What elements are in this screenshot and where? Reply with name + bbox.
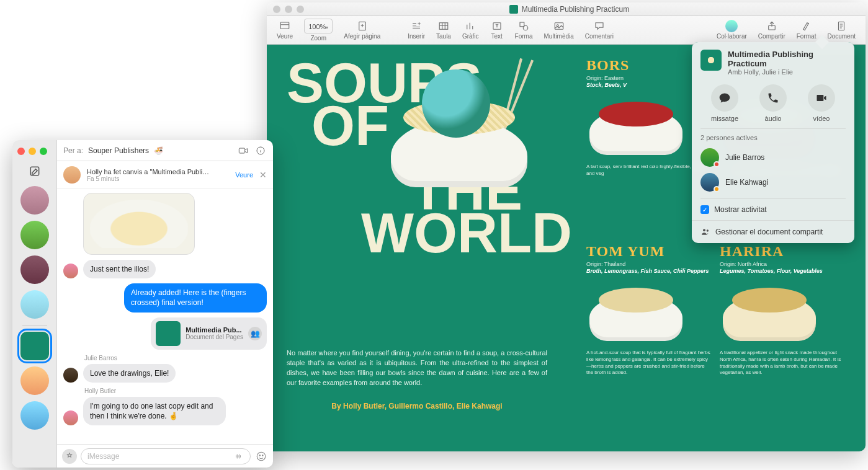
- collaborate-button[interactable]: Col·laborar: [713, 20, 751, 40]
- svg-point-16: [259, 454, 261, 456]
- media-icon: [552, 20, 566, 32]
- to-label: Per a:: [63, 146, 83, 155]
- close-button[interactable]: [17, 148, 25, 155]
- conversation-avatar[interactable]: [20, 255, 49, 284]
- pages-toolbar: Veure 100%▾ Zoom Afegir pàgina Inserir T…: [267, 16, 866, 45]
- facetime-icon[interactable]: [237, 146, 249, 156]
- format-button[interactable]: Format: [793, 20, 820, 40]
- table-icon: [437, 20, 450, 32]
- conversation-avatar[interactable]: [20, 221, 49, 249]
- document-attachment[interactable]: Multimedia Pub... Document del Pages 👥: [151, 317, 267, 350]
- incoming-message: Love the drawings, Elie!: [83, 364, 176, 383]
- avatar: [700, 148, 719, 167]
- messages-window: Per a: Souper Publishers 🍜 Holly ha fet …: [12, 140, 273, 468]
- text-icon: [490, 20, 504, 32]
- svg-point-17: [262, 454, 264, 456]
- insert-icon: [409, 20, 423, 32]
- svg-rect-2: [439, 23, 448, 30]
- message-composer: iMessage: [57, 444, 273, 468]
- byline: By Holly Butler, Guillermo Castillo, Eli…: [287, 402, 547, 410]
- image-message[interactable]: [83, 193, 195, 255]
- incoming-message: Just sent the illos!: [83, 260, 156, 278]
- video-action[interactable]: vídeo: [808, 84, 835, 122]
- share-button[interactable]: Compartir: [754, 20, 789, 40]
- svg-point-11: [707, 229, 709, 231]
- recipient-name: Souper Publishers: [88, 146, 149, 155]
- phone-icon: [759, 84, 787, 112]
- collaborate-icon: [725, 20, 738, 32]
- close-button[interactable]: [273, 6, 280, 13]
- avatar: [700, 173, 719, 192]
- collaborate-icon[interactable]: 👥: [248, 327, 262, 340]
- hero-illustration: [385, 69, 534, 193]
- add-page-button[interactable]: Afegir pàgina: [340, 20, 384, 40]
- apps-button[interactable]: [62, 449, 77, 464]
- conversation-avatar[interactable]: [20, 186, 49, 215]
- svg-rect-13: [239, 148, 244, 153]
- table-button[interactable]: Taula: [432, 20, 455, 40]
- activity-banner: Holly ha fet canvis a "Multimedia Publis…: [57, 161, 273, 189]
- emoji-button[interactable]: [254, 450, 268, 463]
- avatar: [63, 410, 78, 425]
- format-icon: [800, 20, 813, 32]
- banner-close-button[interactable]: ✕: [259, 170, 267, 180]
- banner-view-link[interactable]: Veure: [235, 171, 253, 179]
- message-action[interactable]: missatge: [711, 84, 738, 122]
- sender-label: Julie Barros: [84, 355, 267, 361]
- soup-card: HARIRA Origin: North Africa Legumes, Tom…: [720, 243, 844, 376]
- window-controls: [12, 145, 56, 159]
- document-title: Multimedia Publishing Practicum: [304, 5, 834, 14]
- avatar: [63, 264, 78, 278]
- minimize-button[interactable]: [285, 6, 292, 13]
- document-icon: [834, 20, 848, 32]
- chart-button[interactable]: Gràfic: [459, 20, 483, 40]
- manage-shared-button[interactable]: Gestionar el document compartit: [692, 221, 854, 243]
- text-button[interactable]: Text: [486, 20, 508, 40]
- conversation-header: Per a: Souper Publishers 🍜: [57, 140, 273, 161]
- pages-window: Multimedia Publishing Practicum Veure 10…: [267, 2, 866, 451]
- conversation-avatar[interactable]: [20, 366, 49, 395]
- people-icon: [700, 227, 710, 237]
- collaborator-row[interactable]: Elie Kahwagi: [692, 170, 854, 195]
- maximize-button[interactable]: [40, 148, 47, 155]
- compose-button[interactable]: [29, 165, 41, 177]
- messages-sidebar: [12, 140, 57, 468]
- conversation-avatar[interactable]: [20, 290, 49, 319]
- conversation-avatar-active[interactable]: [20, 332, 49, 360]
- message-thread[interactable]: Just sent the illos! Already added! Here…: [57, 189, 273, 444]
- minimize-button[interactable]: [29, 148, 36, 155]
- message-input[interactable]: iMessage: [81, 448, 251, 464]
- popover-title: Multimedia Publishing Practicum: [728, 50, 846, 68]
- messages-main: Per a: Souper Publishers 🍜 Holly ha fet …: [57, 140, 273, 468]
- sender-label: Holly Butler: [84, 388, 267, 394]
- show-activity-checkbox[interactable]: ✓ Mostrar activitat: [692, 199, 854, 220]
- collaborator-row[interactable]: Julie Barros: [692, 145, 854, 170]
- add-page-icon: [356, 20, 369, 32]
- info-icon[interactable]: [254, 146, 267, 156]
- banner-title: Holly ha fet canvis a "Multimedia Publis…: [87, 168, 211, 175]
- svg-rect-0: [280, 22, 289, 29]
- media-button[interactable]: Multimèdia: [540, 20, 578, 40]
- insert-button[interactable]: Inserir: [404, 20, 429, 40]
- svg-point-15: [257, 452, 266, 461]
- document-button[interactable]: Document: [823, 20, 859, 40]
- active-count-label: 2 persones actives: [692, 129, 854, 145]
- audio-action[interactable]: àudio: [759, 84, 787, 122]
- conversation-avatar[interactable]: [20, 401, 49, 430]
- message-icon: [711, 84, 738, 112]
- banner-time: Fa 5 minuts: [87, 175, 229, 182]
- video-icon: [808, 84, 835, 112]
- comment-button[interactable]: Comentari: [581, 20, 617, 40]
- audio-waveform-icon[interactable]: [233, 452, 244, 461]
- zoom-control[interactable]: 100%▾ Zoom: [300, 19, 336, 42]
- shape-button[interactable]: Forma: [511, 20, 537, 40]
- view-button[interactable]: Veure: [273, 20, 297, 40]
- window-controls: [273, 6, 304, 13]
- svg-point-5: [523, 25, 528, 30]
- outgoing-message: Already added! Here is the (fingers cros…: [124, 283, 267, 312]
- maximize-button[interactable]: [297, 6, 304, 13]
- incoming-message: I'm going to do one last copy edit and t…: [83, 397, 226, 425]
- soup-card: TOM YUM Origin: Thailand Broth, Lemongra…: [586, 243, 710, 376]
- collaboration-popover: Multimedia Publishing Practicum Amb Holl…: [692, 42, 854, 243]
- view-icon: [278, 20, 292, 32]
